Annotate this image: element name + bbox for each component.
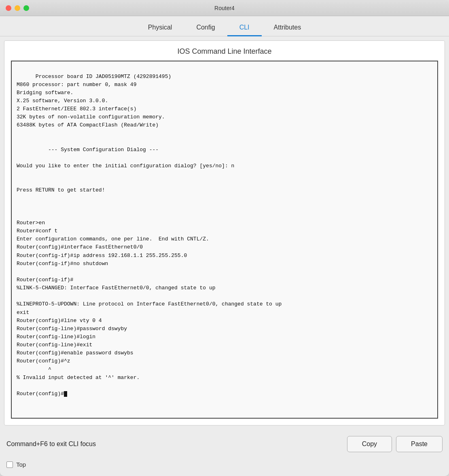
tabs-bar: Physical Config CLI Attributes xyxy=(0,16,449,36)
action-buttons: Copy Paste xyxy=(347,436,443,452)
maximize-button[interactable] xyxy=(23,5,29,11)
close-button[interactable] xyxy=(6,5,11,11)
cursor xyxy=(64,391,67,397)
main-content: IOS Command Line Interface Processor boa… xyxy=(4,40,445,425)
footer: Top xyxy=(0,457,449,476)
minimize-button[interactable] xyxy=(15,5,20,11)
top-checkbox[interactable] xyxy=(6,461,13,468)
section-title: IOS Command Line Interface xyxy=(11,47,438,56)
window-title: Router4 xyxy=(214,5,235,11)
copy-button[interactable]: Copy xyxy=(347,436,392,452)
tab-attributes[interactable]: Attributes xyxy=(262,20,313,36)
app-window: Router4 Physical Config CLI Attributes I… xyxy=(0,0,449,476)
paste-button[interactable]: Paste xyxy=(396,436,443,452)
window-controls xyxy=(6,5,29,11)
bottom-bar: Command+F6 to exit CLI focus Copy Paste xyxy=(0,430,449,457)
tab-config[interactable]: Config xyxy=(184,20,227,36)
cli-hint-text: Command+F6 to exit CLI focus xyxy=(6,440,96,448)
top-label: Top xyxy=(16,461,26,468)
titlebar: Router4 xyxy=(0,0,449,16)
terminal-area[interactable]: Processor board ID JAD05190MTZ (42928914… xyxy=(11,61,438,419)
tab-cli[interactable]: CLI xyxy=(227,20,262,36)
tab-physical[interactable]: Physical xyxy=(136,20,184,36)
terminal-text: Processor board ID JAD05190MTZ (42928914… xyxy=(17,74,282,397)
